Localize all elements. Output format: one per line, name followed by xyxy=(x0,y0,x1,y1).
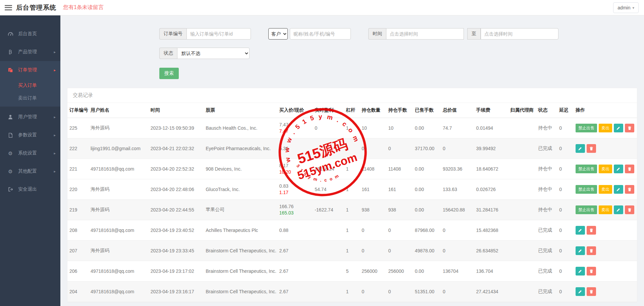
cell-hold-lots: 256000 xyxy=(386,261,413,282)
trash-icon xyxy=(628,167,632,171)
row-actions: 禁止出售卖出 xyxy=(576,124,635,132)
forbid-sell-button[interactable]: 禁止出售 xyxy=(576,124,597,132)
column-header: 时间 xyxy=(149,103,204,118)
delete-button[interactable] xyxy=(587,287,596,296)
trash-icon xyxy=(628,187,632,192)
sidebar-item-用户管理[interactable]: 用户管理▸ xyxy=(0,108,60,126)
panel-title: 交易记录 xyxy=(67,88,637,103)
cell-agent xyxy=(508,282,536,302)
sidebar-subitem-买入订单[interactable]: 买入订单 xyxy=(0,79,60,92)
sell-button[interactable]: 卖出 xyxy=(599,165,612,173)
pencil-icon xyxy=(616,167,621,171)
edit-button[interactable] xyxy=(576,246,585,255)
unread-message-notice[interactable]: 您有1条未读留言 xyxy=(63,4,104,11)
cell-delay: 0 xyxy=(557,118,574,138)
delete-button[interactable] xyxy=(625,124,634,132)
menu-toggle-icon[interactable] xyxy=(5,5,12,10)
search-button[interactable]: 搜索 xyxy=(159,68,179,79)
row-actions: 禁止出售卖出 xyxy=(576,165,635,173)
cell-status: 已完成 xyxy=(536,282,557,302)
row-actions: 禁止出售卖出 xyxy=(576,205,635,214)
edit-button[interactable] xyxy=(614,124,623,132)
cell-total-value: 93203.36 xyxy=(441,159,474,179)
customer-input[interactable] xyxy=(290,28,351,40)
sidebar-item-参数设置[interactable]: 参数设置▸ xyxy=(0,126,60,144)
edit-button[interactable] xyxy=(576,144,585,153)
bitcoin-icon xyxy=(7,49,13,55)
cell-delay: 0 xyxy=(557,261,574,282)
chevron-down-icon: ▾ xyxy=(632,6,634,10)
cell-status: 持仓中 xyxy=(536,179,557,200)
cell-buy-current-price: 2.67 xyxy=(277,261,313,282)
cell-hold-quantity: 938 xyxy=(360,200,386,220)
sidebar: 后台首页产品管理▸订单管理▸买入订单卖出订单用户管理▸参数设置▸⚙⁯系统设置▸⚙… xyxy=(0,15,60,306)
cell-user-name: 海外源码 xyxy=(89,200,149,220)
sidebar-item-其他配置[interactable]: ⚙其他配置▸ xyxy=(0,162,60,180)
sell-button[interactable]: 卖出 xyxy=(599,124,612,132)
cell-hold-quantity: 11408 xyxy=(360,159,386,179)
sell-button[interactable]: 卖出 xyxy=(599,205,612,214)
sidebar-item-订单管理[interactable]: 订单管理▸ xyxy=(0,61,60,79)
cell-user-name: 497181618@qq.com xyxy=(89,159,149,179)
cell-fee: 0.026726 xyxy=(474,179,508,200)
sidebar-item-安全退出[interactable]: 安全退出 xyxy=(0,180,60,198)
cell-user-name: 海外源码 xyxy=(89,118,149,138)
sidebar-item-label: 参数设置 xyxy=(18,132,37,138)
trash-icon xyxy=(589,249,593,253)
delete-button[interactable] xyxy=(625,165,634,173)
cell-agent xyxy=(508,200,536,220)
edit-button[interactable] xyxy=(614,205,623,214)
order-no-label: 订单编号 xyxy=(159,28,186,40)
sidebar-subitem-卖出订单[interactable]: 卖出订单 xyxy=(0,92,60,105)
delete-button[interactable] xyxy=(587,267,596,276)
column-header: 买入价/现价 xyxy=(277,103,313,118)
cell-delay: 0 xyxy=(557,241,574,261)
sidebar-item-label: 后台首页 xyxy=(18,31,37,37)
sidebar-item-后台首页[interactable]: 后台首页 xyxy=(0,25,60,43)
cell-realtime-profit: 54.74 xyxy=(313,179,344,200)
status-select[interactable]: 默认不选 xyxy=(177,48,250,59)
sell-button[interactable]: 卖出 xyxy=(599,185,612,194)
delete-button[interactable] xyxy=(587,246,596,255)
column-header: 延迟 xyxy=(557,103,574,118)
buy-price: 2.67 xyxy=(279,248,311,254)
cell-agent xyxy=(508,179,536,200)
edit-button[interactable] xyxy=(576,287,585,296)
forbid-sell-button[interactable]: 禁止出售 xyxy=(576,205,597,214)
time-start-input[interactable] xyxy=(386,28,464,40)
sidebar-item-产品管理[interactable]: 产品管理▸ xyxy=(0,43,60,61)
cell-order-id: 220 xyxy=(67,179,89,200)
edit-button[interactable] xyxy=(614,185,623,194)
delete-button[interactable] xyxy=(587,226,596,235)
edit-button[interactable] xyxy=(614,165,623,173)
buy-price: 2.67 xyxy=(279,289,311,295)
forbid-sell-button[interactable]: 禁止出售 xyxy=(576,185,597,194)
column-header: 实时盈利 xyxy=(313,103,344,118)
time-end-input[interactable] xyxy=(481,28,558,40)
edit-button[interactable] xyxy=(576,226,585,235)
cell-total-value: 0 xyxy=(441,241,474,261)
order-no-input[interactable] xyxy=(186,28,251,40)
sidebar-item-系统设置[interactable]: ⚙⁯系统设置▸ xyxy=(0,144,60,162)
delete-button[interactable] xyxy=(625,185,634,194)
delete-button[interactable] xyxy=(587,144,596,153)
table-row: 206497181618@qq.com2023-04-19 23:17:02Br… xyxy=(67,261,637,282)
orders-icon xyxy=(7,67,13,73)
cell-buy-current-price: 166.76165.03 xyxy=(277,200,313,220)
cell-stock: 908 Devices, Inc. xyxy=(204,159,277,179)
cell-buy-current-price: 8.1710.20 xyxy=(277,159,313,179)
table-row: 207海外源码2023-04-19 23:33:45Brainstorm Cel… xyxy=(67,241,637,261)
cell-user-name: 海外源码 xyxy=(89,179,149,200)
customer-type-select[interactable]: 客户 xyxy=(268,28,288,40)
table-row: 219海外源码2023-04-20 22:44:55苹果公司166.76165.… xyxy=(67,200,637,220)
cell-operations: 禁止出售卖出 xyxy=(574,118,637,138)
buy-price: 0.83 xyxy=(279,183,311,189)
edit-button[interactable] xyxy=(576,267,585,276)
forbid-sell-button[interactable]: 禁止出售 xyxy=(576,165,597,173)
cell-user-name: 海外源码 xyxy=(89,241,149,261)
cell-realtime-profit xyxy=(313,282,344,302)
admin-dropdown[interactable]: admin ▾ xyxy=(613,2,639,13)
row-actions xyxy=(576,226,635,235)
cell-time: 2023-12-15 09:50:39 xyxy=(149,118,204,138)
delete-button[interactable] xyxy=(625,205,634,214)
